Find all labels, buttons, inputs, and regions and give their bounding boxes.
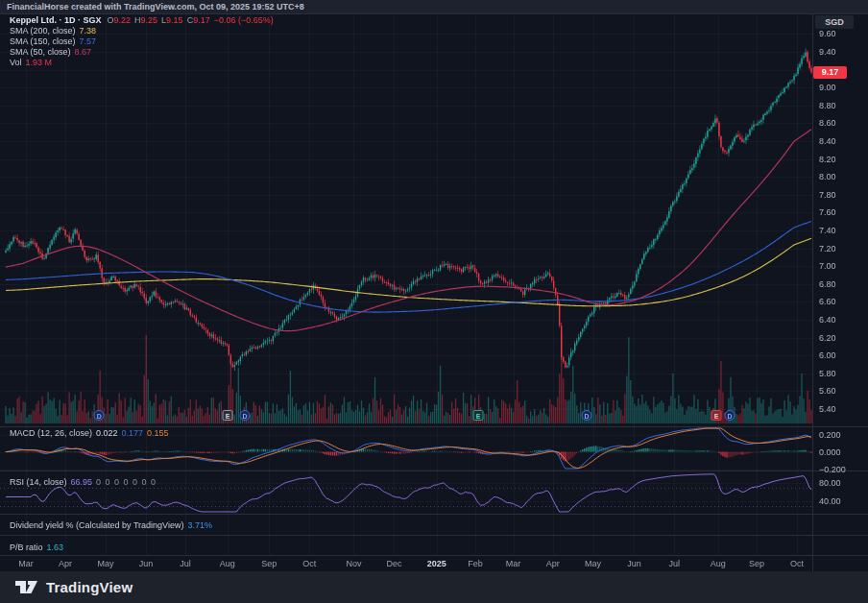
time-axis-label: Aug <box>711 557 726 570</box>
price-axis-label: 6.40 <box>819 315 836 325</box>
time-axis-label: Dec <box>386 557 401 570</box>
time-axis-label: Mar <box>506 557 521 570</box>
price-axis-label: 8.40 <box>819 136 836 146</box>
earnings-marker[interactable]: E <box>222 410 232 421</box>
price-axis-label: 7.00 <box>819 261 836 271</box>
dividend-marker[interactable]: D <box>725 410 735 421</box>
dividend-legend: Dividend yield % (Calculated by TradingV… <box>10 520 212 531</box>
dividend-marker[interactable]: D <box>94 410 105 421</box>
brand-wordmark: TradingView <box>46 579 133 595</box>
price-axis-label: 6.00 <box>819 350 836 360</box>
rsi-axis-label: 40.00 <box>819 496 841 506</box>
price-axis-label: 7.20 <box>819 244 836 253</box>
time-axis-label: Jul <box>669 557 681 570</box>
time-axis-label: Aug <box>220 557 235 570</box>
time-axis-label: Mar <box>18 557 34 570</box>
time-axis-label: Apr <box>546 557 560 570</box>
macd-axis-label: −0.200 <box>819 465 846 474</box>
time-axis-label: Apr <box>59 557 72 570</box>
time-axis-label: Oct <box>302 557 316 570</box>
price-axis-label: 9.40 <box>819 47 836 57</box>
macd-legend: MACD (12, 26, close) 0.022 0.177 0.155 <box>10 428 169 439</box>
price-axis-label: 8.60 <box>819 118 836 128</box>
rsi-legend: RSI (14, close) 66.95 0 0 0 0 0 0 0 <box>10 477 157 488</box>
pb-value: 1.63 <box>47 543 64 553</box>
time-axis-label: May <box>585 557 601 570</box>
symbol-title: Keppel Ltd. · 1D · SGX <box>10 15 102 26</box>
sma50-legend: SMA (50, close) 8.67 <box>10 47 274 58</box>
price-axis-label: 7.80 <box>819 190 836 200</box>
time-axis-label: 2025 <box>427 557 446 570</box>
sma150-legend: SMA (150, close) 7.57 <box>10 36 274 47</box>
time-axis-label: Sep <box>749 557 764 570</box>
price-axis-label: 7.40 <box>819 226 836 235</box>
last-price-badge: 9.17 <box>813 66 847 79</box>
ohlc-high: H9.25 <box>134 15 157 26</box>
rsi-value: 66.95 <box>71 477 93 488</box>
time-axis-label: Oct <box>790 557 804 570</box>
time-axis-label: Feb <box>468 557 483 570</box>
price-axis-label: 5.60 <box>819 386 836 396</box>
sma150-value: 7.57 <box>80 36 97 47</box>
rsi-extra-values: 0 0 0 0 0 0 0 <box>96 477 157 488</box>
earnings-marker[interactable]: E <box>472 410 483 421</box>
pb-legend: P/B ratio 1.63 <box>10 543 63 553</box>
dividend-value: 3.71% <box>187 520 212 531</box>
rsi-axis-label: 80.00 <box>819 478 841 488</box>
price-axis-label: 6.80 <box>819 279 836 289</box>
currency-toggle[interactable]: SGD <box>815 15 854 29</box>
tradingview-chart-snapshot: FinancialHorse created with TradingView.… <box>0 0 868 603</box>
price-chart-canvas[interactable] <box>0 0 868 603</box>
price-axis-label: 9.00 <box>819 83 836 92</box>
macd-axis-label: 0.200 <box>819 430 841 440</box>
ohlc-open: O9.22 <box>108 15 132 26</box>
macd-hist-value: 0.022 <box>96 428 118 439</box>
symbol-row: Keppel Ltd. · 1D · SGX O9.22 H9.25 L9.15… <box>10 15 274 26</box>
price-axis-label: 5.40 <box>819 404 836 414</box>
dividend-marker[interactable]: D <box>240 410 251 421</box>
price-axis-label: 8.20 <box>819 155 836 164</box>
price-axis-label: 8.80 <box>819 101 836 110</box>
volume-legend: Vol 1.93 M <box>10 58 274 68</box>
price-axis-label: 6.60 <box>819 297 836 306</box>
time-axis-label: Jul <box>180 557 191 570</box>
dividend-marker[interactable]: D <box>582 410 592 421</box>
time-axis-label: Sep <box>261 557 277 570</box>
price-axis-label: 8.00 <box>819 172 836 181</box>
ohlc-close: C9.17 <box>187 15 210 26</box>
price-axis-label: 5.80 <box>819 369 836 378</box>
price-axis-label: 9.60 <box>819 29 836 38</box>
main-legend: Keppel Ltd. · 1D · SGX O9.22 H9.25 L9.15… <box>10 15 274 68</box>
ohlc-low: L9.15 <box>161 15 183 26</box>
volume-value: 1.93 M <box>26 58 53 68</box>
time-axis-label: Nov <box>346 557 361 570</box>
time-axis-label: Jun <box>627 557 641 570</box>
macd-line-value: 0.177 <box>122 428 144 439</box>
macd-axis-label: 0.000 <box>819 447 841 457</box>
tradingview-logo-icon <box>15 580 38 594</box>
time-axis-label: May <box>98 557 114 570</box>
price-axis-label: 6.20 <box>819 333 836 343</box>
change-value: −0.06 (−0.65%) <box>214 15 274 26</box>
price-axis-label: 7.60 <box>819 207 836 217</box>
sma50-value: 8.67 <box>75 47 92 58</box>
macd-signal-value: 0.155 <box>147 428 169 439</box>
time-axis-label: Jun <box>139 557 154 570</box>
earnings-marker[interactable]: E <box>711 410 721 421</box>
sma200-value: 7.38 <box>80 26 97 36</box>
sma200-legend: SMA (200, close) 7.38 <box>10 26 274 36</box>
tradingview-brand[interactable]: TradingView <box>0 571 868 603</box>
